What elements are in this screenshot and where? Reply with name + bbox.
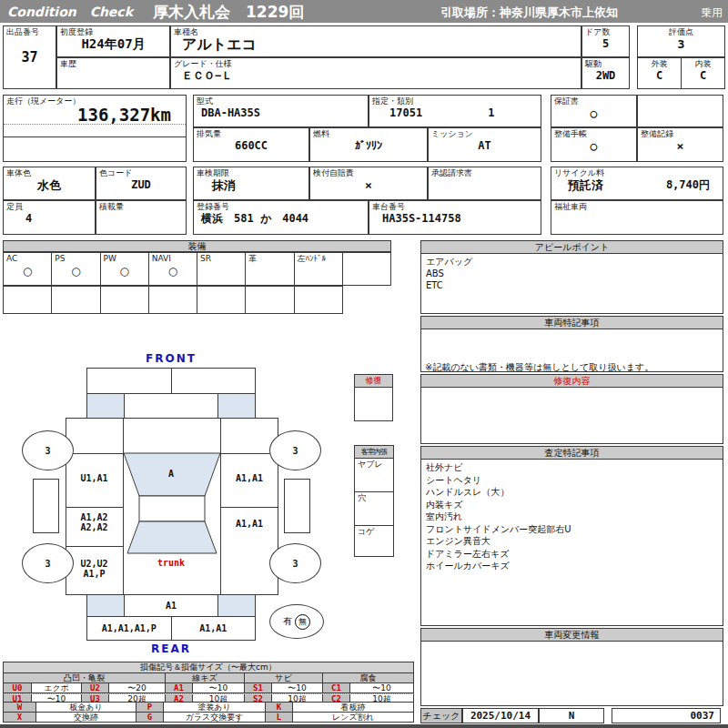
diagram-rear-label: REAR bbox=[123, 642, 219, 655]
legend-size: 〜10 bbox=[192, 683, 244, 693]
lot-number-value: 37 bbox=[4, 51, 56, 65]
panel-title: 車両変更情報 bbox=[421, 629, 723, 642]
tire-front-right: 3 bbox=[269, 430, 321, 470]
appeal-line: ETC bbox=[426, 279, 718, 291]
legend-group-row: 凸凹・亀裂 線キズ サビ 腐食 bbox=[3, 673, 414, 683]
field-vehicle-history: 車歴 bbox=[56, 57, 170, 89]
check-date: 2025/10/14 bbox=[462, 708, 539, 723]
brand-text: Condition Check bbox=[7, 5, 133, 19]
field-chassis-number: 車台番号 HA35S-114758 bbox=[369, 200, 541, 235]
legend-code: U0 bbox=[4, 683, 31, 693]
equipment-mark: ○ bbox=[149, 264, 197, 278]
panel-assessment-notes: 査定特記事項 社外ナビ シートヘタリ ハンドルスレ（大） 内装キズ 室内汚れ フ… bbox=[420, 446, 723, 626]
maintenance-book-mark: ○ bbox=[551, 139, 636, 153]
field-registration-number: 登録番号 横浜 581 か 4044 bbox=[193, 200, 369, 235]
equipment-cell-empty bbox=[148, 286, 197, 314]
legend-size: エクボ bbox=[31, 683, 81, 693]
assessment-line: ハンドルスレ（大） bbox=[426, 486, 718, 499]
legend-group: 線キズ bbox=[165, 673, 244, 682]
damage-left-front-door: U1,A1 bbox=[66, 473, 123, 483]
equipment-row-2 bbox=[3, 286, 343, 314]
panel-change-info: 車両変更情報 bbox=[420, 628, 723, 706]
equipment-row-1: AC○ PS○ PW○ NAVI○ SR 革 左ﾊﾝﾄﾞﾙ bbox=[3, 252, 391, 286]
roof-shape bbox=[139, 496, 205, 521]
record-no-label-circled: 無 bbox=[295, 614, 310, 630]
legend-code: X bbox=[4, 713, 35, 722]
damage-rear-bumper-left: A1,A1,A1,P bbox=[86, 616, 172, 641]
appeal-line: エアバッグ bbox=[426, 256, 718, 268]
damage-rear-bumper-right: A1,A1 bbox=[171, 616, 257, 641]
tire-front-left: 3 bbox=[22, 430, 74, 470]
field-class-number: 指定・類別 17051 1 bbox=[369, 95, 541, 127]
field-transmission: ミッション AT bbox=[428, 127, 541, 162]
equipment-mark: ○ bbox=[4, 264, 51, 278]
legend-title: 損傷記号＆損傷サイズ（〜最大cm） bbox=[3, 662, 414, 673]
equipment-title: 装備 bbox=[3, 240, 391, 252]
damage-left-quarter: U2,U2 A1,P bbox=[66, 559, 123, 579]
record-book-marker: 有 無 bbox=[269, 604, 324, 639]
lining-row-tear: ヤブレ bbox=[355, 459, 393, 491]
legend-desc: ガラス交換要す bbox=[163, 713, 265, 722]
left-rocker-panel bbox=[33, 479, 59, 533]
damage-right-rear-door: A1,A1 bbox=[220, 519, 278, 529]
field-model-code: 型式 DBA-HA35S bbox=[193, 95, 369, 127]
title-bar: Condition Check 厚木入札会 1229回 引取場所：神奈川県厚木市… bbox=[0, 0, 728, 23]
damage-legend: 損傷記号＆損傷サイズ（〜最大cm） 凸凹・亀裂 線キズ サビ 腐食 U0 エクボ… bbox=[3, 662, 414, 704]
score-value: 3 bbox=[638, 37, 724, 51]
legend-code: L bbox=[265, 713, 292, 722]
right-rocker-panel bbox=[284, 479, 310, 533]
assessment-line: 社外ナビ bbox=[426, 461, 718, 474]
equipment-cell-empty bbox=[3, 286, 52, 314]
equipment-cell-ac: AC○ bbox=[3, 252, 52, 286]
panel-title: 査定特記事項 bbox=[421, 447, 723, 460]
mileage-value: 136,327km bbox=[4, 106, 186, 124]
field-insurance: 検付自賠責 × bbox=[309, 167, 428, 200]
field-exterior-grade: 外装 C bbox=[637, 57, 682, 89]
field-drive: 駆動 2WD bbox=[581, 57, 630, 89]
left-c-pillar-cell bbox=[86, 594, 125, 617]
check-inspector: N bbox=[539, 708, 604, 723]
equipment-cell-ps: PS○ bbox=[51, 252, 100, 286]
damage-legend-extra: W 板金あり P 塗装あり K 看板跡 X 交換跡 G ガラス交換要す L レン… bbox=[3, 702, 414, 723]
legend-row: W 板金あり P 塗装あり K 看板跡 bbox=[3, 702, 414, 713]
legend-row: X 交換跡 G ガラス交換要す L レンズ割れ bbox=[3, 713, 414, 723]
field-first-registration: 初度登録 H24年07月 bbox=[56, 25, 170, 57]
lining-row-burn: コゲ bbox=[355, 525, 393, 559]
legend-desc: レンズ割れ bbox=[292, 713, 413, 722]
field-capacity: 定員 4 bbox=[3, 200, 96, 235]
damage-left-rear-door: A1,A2 A2,A2 bbox=[66, 512, 123, 532]
equipment-cell-sr: SR bbox=[197, 252, 246, 286]
check-label: チェック bbox=[420, 708, 462, 723]
panel-title: 修復内容 bbox=[421, 375, 723, 388]
warranty-mark: ○ bbox=[551, 106, 636, 120]
field-inspection-expiry: 車検期限 抹消 bbox=[193, 167, 309, 200]
equipment-cell-lhd: 左ﾊﾝﾄﾞﾙ bbox=[294, 252, 343, 286]
cabin-lining-box: 客室内張 ヤブレ 穴 コゲ bbox=[354, 445, 394, 557]
record-yes-label: 有 bbox=[283, 615, 292, 628]
diagram-front-label: FRONT bbox=[123, 352, 219, 365]
field-maintenance-book: 整備手帳 ○ bbox=[551, 127, 637, 162]
field-body-color: 車体色 水色 bbox=[3, 167, 96, 200]
damage-right-front-door: A1,A1 bbox=[220, 473, 278, 483]
front-bumper bbox=[86, 368, 256, 394]
legend-code: P bbox=[136, 703, 163, 712]
field-load-capacity: 積載量 bbox=[96, 200, 187, 235]
field-model-name: 車種名 アルトエコ bbox=[170, 25, 581, 57]
legend-size: 〜10 bbox=[271, 683, 322, 693]
legend-code: A1 bbox=[165, 683, 192, 693]
damage-rear-panel: A1 bbox=[124, 594, 218, 617]
panel-appeal-points: アピールポイント エアバッグ ABS ETC bbox=[420, 240, 723, 314]
field-color-code: 色コード ZUD bbox=[96, 167, 187, 200]
field-fuel: 燃料 ｶﾞｿﾘﾝ bbox=[309, 127, 428, 162]
field-lot-number: 出品番号 37 bbox=[3, 25, 56, 89]
trunk-label: trunk bbox=[123, 558, 219, 568]
legend-desc: 交換跡 bbox=[35, 713, 136, 722]
check-number: 0037 bbox=[612, 708, 721, 723]
equipment-mark: ○ bbox=[101, 264, 148, 278]
pickup-location: 引取場所：神奈川県厚木市上依知 bbox=[440, 5, 618, 21]
bottom-border bbox=[0, 724, 728, 728]
front-bumper-right-cell bbox=[171, 368, 257, 394]
legend-desc: 看板跡 bbox=[292, 703, 413, 712]
legend-row: U0 エクボ U2 〜20 A1 〜10 S1 〜10 C1 〜10 bbox=[3, 683, 414, 693]
equipment-cell-empty bbox=[100, 286, 149, 314]
